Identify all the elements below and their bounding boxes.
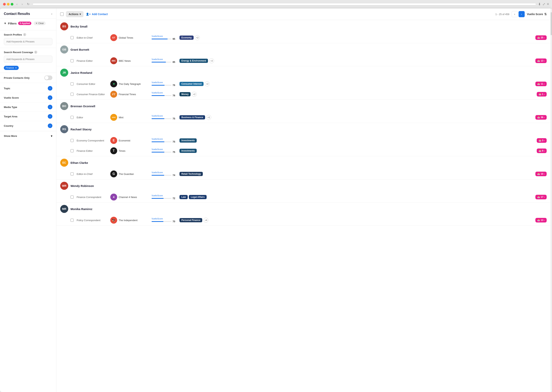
contact-person-wendy-robinson: WR Wendy Robinson: [56, 180, 551, 192]
person-name-ethan-clarke: Ethan Clarke: [70, 161, 88, 164]
outlet-name-rachael-stacey-1: Times: [119, 149, 125, 152]
person-name-becky-small: Becky Small: [70, 25, 87, 28]
scrollbar-thumb[interactable]: [551, 12, 552, 35]
filter-icon: ▼: [4, 22, 7, 25]
add-contact-icon: 👤+: [86, 13, 91, 16]
search-profiles-info-icon[interactable]: i: [23, 33, 26, 36]
tags-section-janice-rowland-1: Money +2: [180, 92, 534, 97]
articles-button-janice-rowland-0[interactable]: 📅 11 ›: [535, 82, 547, 86]
forward-button[interactable]: ›: [21, 2, 24, 6]
articles-button-becky-small-0[interactable]: 📅 25 ›: [535, 35, 547, 40]
outlet-name-grant-burnett-0: BBC News: [119, 59, 131, 62]
actions-button[interactable]: Actions ▾: [66, 11, 84, 17]
articles-button-monika-ramirez-0[interactable]: 📅 13 ›: [535, 218, 547, 223]
select-all-checkbox[interactable]: [60, 12, 64, 16]
address-bar[interactable]: [33, 3, 536, 5]
sort-icon[interactable]: ⇅: [544, 12, 547, 16]
filter-chevron-country: ›: [48, 124, 52, 128]
tags-section-monika-ramirez-0: Personal Finance +4: [180, 218, 532, 223]
role-checkbox-ethan-clarke-0[interactable]: [70, 172, 74, 175]
score-num-rachael-stacey-0: 75: [173, 140, 176, 143]
download-button[interactable]: ⬇: [538, 2, 541, 6]
extra-tags-badge[interactable]: +1: [206, 115, 211, 120]
private-contacts-toggle[interactable]: [44, 76, 52, 80]
articles-button-brennan-oconnell-0[interactable]: 📅 36 ›: [535, 115, 547, 120]
role-checkbox-rachael-stacey-0[interactable]: [70, 139, 74, 142]
filter-item-label-vuelio-score: Vuelio Score: [4, 96, 19, 99]
filter-chevron-topic: ›: [48, 86, 52, 91]
maximize-dot[interactable]: [11, 3, 13, 6]
menu-button[interactable]: ≡: [547, 2, 549, 6]
tags-section-grant-burnett-0: Energy & Environment +2: [180, 58, 532, 63]
fullscreen-button[interactable]: ⤢: [542, 2, 545, 6]
search-profiles-input[interactable]: [4, 38, 52, 45]
articles-button-rachael-stacey-1[interactable]: 📅 9 ›: [537, 148, 547, 153]
finance-tag-remove[interactable]: ✕: [15, 67, 17, 69]
articles-count-monika-ramirez-0: 13: [541, 219, 543, 222]
contact-group-rachael-stacey: RS Rachael Stacey Economy Correspondent …: [56, 123, 551, 156]
avatar-janice-rowland: JR: [60, 69, 68, 77]
articles-button-ethan-clarke-0[interactable]: 📅 10 ›: [535, 172, 547, 176]
role-checkbox-monika-ramirez-0[interactable]: [70, 219, 74, 222]
score-num-brennan-oconnell-0: 75: [173, 117, 176, 120]
app-container: Contact Results ‹ ▼ Filters 5 Applied ✕ …: [0, 8, 552, 392]
outlet-name-wendy-robinson-0: Channel 4 News: [119, 196, 137, 199]
vertical-scrollbar[interactable]: [551, 8, 552, 392]
filter-item-label-target-area: Target Area: [4, 115, 17, 118]
clear-label: Clear: [38, 22, 44, 25]
private-contacts-section: Private Contacts Only: [0, 73, 56, 83]
outlet-info-ethan-clarke-0: G The Guardian: [110, 170, 148, 177]
articles-count-janice-rowland-0: 11: [541, 83, 543, 85]
clear-x-icon: ✕: [35, 22, 37, 25]
filter-item-country[interactable]: Country ›: [0, 121, 56, 131]
articles-button-wendy-robinson-0[interactable]: 📅 17 ›: [535, 195, 547, 199]
extra-tags-badge[interactable]: +2: [192, 92, 197, 97]
person-name-janice-rowland: Janice Rowland: [70, 71, 92, 74]
add-contact-button[interactable]: 👤+ Add Contact: [86, 13, 108, 16]
role-checkbox-becky-small-0[interactable]: [70, 36, 74, 39]
score-section-janice-rowland-0: VuelioScore 76: [152, 81, 176, 87]
filter-item-vuelio-score[interactable]: Vuelio Score ›: [0, 93, 56, 102]
next-page-button[interactable]: ›: [518, 11, 525, 17]
score-label-janice-rowland-1: VuelioScore: [152, 91, 176, 94]
articles-icon: 📅: [537, 60, 540, 62]
outlet-info-wendy-robinson-0: 4 Channel 4 News: [110, 194, 148, 201]
articles-chevron-icon: ›: [544, 83, 545, 85]
articles-count-rachael-stacey-0: 3: [542, 139, 543, 142]
role-checkbox-brennan-oconnell-0[interactable]: [70, 116, 74, 119]
role-title-rachael-stacey-1: Finance Editor: [77, 149, 107, 152]
extra-tags-badge[interactable]: +2: [205, 81, 210, 86]
role-checkbox-wendy-robinson-0[interactable]: [70, 196, 74, 199]
filter-item-media-type[interactable]: Media Type ›: [0, 102, 56, 112]
outlet-logo-janice-rowland-0: ✦: [110, 80, 117, 87]
role-title-janice-rowland-0: Consumer Editor: [77, 83, 107, 85]
articles-button-rachael-stacey-0[interactable]: 📅 3 ›: [537, 138, 547, 143]
extra-tags-badge[interactable]: +2: [209, 58, 214, 63]
articles-icon: 📅: [537, 196, 540, 198]
recent-coverage-input[interactable]: [4, 56, 52, 63]
role-checkbox-janice-rowland-1[interactable]: [70, 93, 74, 96]
prev-page-button[interactable]: ‹: [512, 11, 518, 17]
role-checkbox-janice-rowland-0[interactable]: [70, 82, 74, 85]
role-checkbox-rachael-stacey-1[interactable]: [70, 149, 74, 152]
score-section-janice-rowland-1: VuelioScore 76: [152, 91, 176, 97]
refresh-button[interactable]: ↻: [26, 2, 31, 6]
articles-button-grant-burnett-0[interactable]: 📅 13 ›: [535, 58, 547, 63]
collapse-button[interactable]: ‹: [51, 12, 52, 16]
score-label-janice-rowland-0: VuelioScore: [152, 81, 176, 84]
outlet-logo-ethan-clarke-0: G: [110, 170, 117, 177]
show-more-button[interactable]: Show More ▾: [0, 131, 56, 140]
close-dot[interactable]: [3, 3, 6, 6]
articles-button-janice-rowland-1[interactable]: 📅 1 ›: [537, 92, 547, 97]
filter-item-topic[interactable]: Topic ›: [0, 84, 56, 93]
outlet-name-ethan-clarke-0: The Guardian: [119, 173, 134, 175]
score-num-monika-ramirez-0: 70: [173, 220, 176, 223]
filter-item-target-area[interactable]: Target Area ›: [0, 112, 56, 121]
role-checkbox-grant-burnett-0[interactable]: [70, 59, 74, 62]
extra-tags-badge[interactable]: +4: [203, 218, 208, 223]
clear-button[interactable]: ✕ Clear: [34, 21, 46, 25]
recent-coverage-info-icon[interactable]: i: [34, 51, 37, 54]
back-button[interactable]: ‹: [15, 2, 19, 6]
extra-tags-badge[interactable]: +2: [195, 35, 200, 40]
minimize-dot[interactable]: [7, 3, 10, 6]
